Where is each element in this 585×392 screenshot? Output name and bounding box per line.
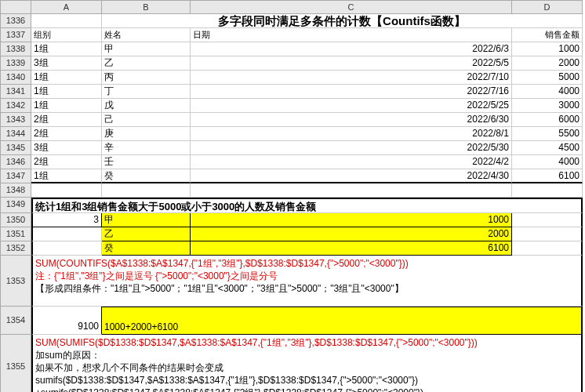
- cell[interactable]: [102, 183, 191, 198]
- row-header[interactable]: 1336: [0, 14, 31, 28]
- row-header[interactable]: 1348: [0, 183, 31, 198]
- header-date[interactable]: 日期: [191, 28, 512, 42]
- cell[interactable]: [31, 227, 102, 241]
- cell[interactable]: 2022/5/5: [191, 56, 512, 71]
- formula-text: +sumifs($D$1338:$D$1347,$A$1338:$A$1347,…: [35, 387, 423, 392]
- row-header[interactable]: 1349: [0, 198, 31, 213]
- row-header[interactable]: 1346: [0, 155, 31, 169]
- title-cell[interactable]: 多字段同时满足多条件的计数【Countifs函数】: [102, 14, 583, 28]
- cell[interactable]: 2022/5/25: [191, 99, 512, 113]
- header-name[interactable]: 姓名: [102, 28, 191, 42]
- sum-value-cell[interactable]: 9100: [31, 307, 102, 335]
- row-header[interactable]: 1344: [0, 127, 31, 141]
- row-header[interactable]: 1345: [0, 141, 31, 155]
- cell[interactable]: 6100: [191, 241, 512, 256]
- cell[interactable]: 己: [102, 113, 191, 127]
- cell[interactable]: 2022/4/2: [191, 155, 512, 169]
- cell[interactable]: [512, 183, 583, 198]
- col-header-A[interactable]: A: [31, 0, 102, 14]
- cell[interactable]: 2022/6/3: [191, 42, 512, 56]
- cell[interactable]: 6100: [512, 169, 583, 183]
- cell[interactable]: [191, 183, 512, 198]
- cell[interactable]: [512, 227, 583, 241]
- cell[interactable]: 3组: [31, 56, 102, 71]
- row-header[interactable]: 1338: [0, 42, 31, 56]
- col-header-C[interactable]: C: [191, 0, 512, 14]
- row-header[interactable]: 1342: [0, 99, 31, 113]
- col-header-D[interactable]: D: [512, 0, 583, 14]
- row-header[interactable]: 1354: [0, 307, 31, 335]
- cell[interactable]: 丙: [102, 71, 191, 85]
- subtitle-cell[interactable]: 统计1组和3组销售金额大于5000或小于3000的人数及销售金额: [31, 198, 583, 213]
- cell[interactable]: 癸: [102, 169, 191, 183]
- cell[interactable]: 6000: [512, 113, 583, 127]
- cell[interactable]: 2022/6/30: [191, 113, 512, 127]
- cell[interactable]: 1组: [31, 85, 102, 99]
- row-header[interactable]: 1353: [0, 256, 31, 307]
- formula-block-2[interactable]: SUM(SUMIFS($D$1338:$D$1347,$A$1338:$A$13…: [31, 335, 583, 392]
- note-text: 注：{"1组","3组"}之间是逗号 {">5000";"<3000"}之间是分…: [35, 270, 278, 281]
- cell[interactable]: 1组: [31, 99, 102, 113]
- cell[interactable]: 3组: [31, 141, 102, 155]
- cell[interactable]: [31, 241, 102, 256]
- cell[interactable]: 丁: [102, 85, 191, 99]
- row-header[interactable]: 1337: [0, 28, 31, 42]
- cell[interactable]: 庚: [102, 127, 191, 141]
- cell[interactable]: 1000: [191, 213, 512, 227]
- sum-expression-cell[interactable]: 1000+2000+6100: [102, 307, 583, 335]
- row-header[interactable]: 1347: [0, 169, 31, 183]
- cell[interactable]: 辛: [102, 141, 191, 155]
- cell[interactable]: 壬: [102, 155, 191, 169]
- formula-text: sumifs($D$1338:$D$1347,$A$1338:$A$1347,{…: [35, 375, 418, 386]
- cell[interactable]: 1组: [31, 169, 102, 183]
- cell[interactable]: 乙: [102, 56, 191, 71]
- formula-text: SUM(COUNTIFS($A$1338:$A$1347,{"1组","3组"}…: [35, 258, 409, 269]
- corner-cell[interactable]: [0, 0, 31, 14]
- cell[interactable]: 2000: [512, 56, 583, 71]
- cell[interactable]: 1组: [31, 42, 102, 56]
- cell[interactable]: 5500: [512, 127, 583, 141]
- cell[interactable]: 甲: [102, 42, 191, 56]
- cell[interactable]: 4000: [512, 85, 583, 99]
- cell[interactable]: [31, 183, 102, 198]
- note-text: 加sum的原因：: [35, 350, 100, 361]
- cell[interactable]: 2000: [191, 227, 512, 241]
- result-count[interactable]: 3: [31, 213, 102, 227]
- cell[interactable]: 乙: [102, 227, 191, 241]
- cell[interactable]: 2组: [31, 127, 102, 141]
- header-group[interactable]: 组别: [31, 28, 102, 42]
- col-header-B[interactable]: B: [102, 0, 191, 14]
- cell[interactable]: 3000: [512, 99, 583, 113]
- formula-block-1[interactable]: SUM(COUNTIFS($A$1338:$A$1347,{"1组","3组"}…: [31, 256, 583, 307]
- row-header[interactable]: 1343: [0, 113, 31, 127]
- formula-text: SUM(SUMIFS($D$1338:$D$1347,$A$1338:$A$13…: [35, 337, 478, 348]
- cell[interactable]: [512, 241, 583, 256]
- row-header[interactable]: 1341: [0, 85, 31, 99]
- cell[interactable]: 5000: [512, 71, 583, 85]
- cell[interactable]: 2022/7/10: [191, 71, 512, 85]
- cell[interactable]: 4500: [512, 141, 583, 155]
- cell[interactable]: 1000: [512, 42, 583, 56]
- cell[interactable]: 2022/4/30: [191, 169, 512, 183]
- row-header[interactable]: 1350: [0, 213, 31, 227]
- cell[interactable]: 2022/7/16: [191, 85, 512, 99]
- cell[interactable]: 癸: [102, 241, 191, 256]
- row-header[interactable]: 1351: [0, 227, 31, 241]
- cell[interactable]: 2组: [31, 155, 102, 169]
- cell[interactable]: 2组: [31, 113, 102, 127]
- cell[interactable]: 甲: [102, 213, 191, 227]
- cell[interactable]: 戊: [102, 99, 191, 113]
- cell[interactable]: 1组: [31, 71, 102, 85]
- cell[interactable]: [31, 14, 102, 28]
- row-header[interactable]: 1340: [0, 71, 31, 85]
- spreadsheet-grid[interactable]: A B C D 1336 多字段同时满足多条件的计数【Countifs函数】 1…: [0, 0, 585, 392]
- cell[interactable]: 4000: [512, 155, 583, 169]
- cell[interactable]: 2022/8/1: [191, 127, 512, 141]
- cell[interactable]: 2022/5/30: [191, 141, 512, 155]
- row-header[interactable]: 1339: [0, 56, 31, 71]
- cell[interactable]: [512, 213, 583, 227]
- header-amount[interactable]: 销售金额: [512, 28, 583, 42]
- row-header[interactable]: 1352: [0, 241, 31, 256]
- row-header[interactable]: 1355: [0, 335, 31, 392]
- explain-text: 【形成四组条件："1组"且">5000"；"1组"且"<3000"；"3组"且"…: [35, 283, 404, 294]
